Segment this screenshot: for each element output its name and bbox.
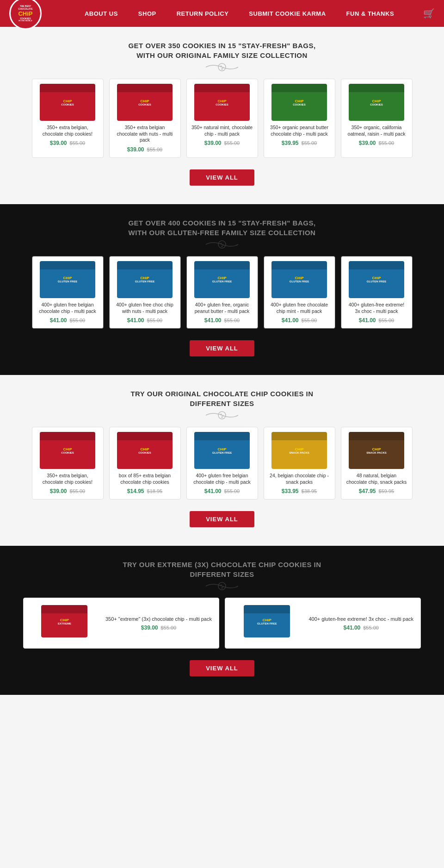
view-all-button-1[interactable]: VIEW ALL bbox=[190, 169, 254, 186]
svg-point-13 bbox=[221, 585, 222, 586]
product-card[interactable]: CHiPSNACK PACKS 48 natural, belgian choc… bbox=[341, 427, 413, 500]
section1-title: GET OVER 350 COOKIES IN 15 "STAY-FRESH" … bbox=[23, 41, 421, 60]
product-card[interactable]: CHiPCOOKIES box of 85+ extra belgian cho… bbox=[109, 427, 181, 500]
deco-cookies-3 bbox=[23, 411, 421, 420]
svg-point-2 bbox=[222, 67, 224, 69]
view-all-wrap-3: VIEW ALL bbox=[23, 511, 421, 527]
product-card[interactable]: CHiPGLUTEN FREE 400+ gluten-free extreme… bbox=[341, 256, 413, 329]
view-all-wrap-1: VIEW ALL bbox=[23, 169, 421, 186]
svg-point-6 bbox=[222, 244, 224, 245]
product-card[interactable]: CHiPGLUTEN FREE 400+ gluten free choc ch… bbox=[109, 256, 181, 329]
svg-point-7 bbox=[222, 245, 223, 247]
svg-point-1 bbox=[221, 66, 222, 67]
product-card-wide[interactable]: CHiPEXTREME 350+ "extreme" (3x) chocolat… bbox=[23, 598, 219, 649]
product-grid-3: CHiPCOOKIES 350+ extra belgian, chocolat… bbox=[23, 427, 421, 500]
product-card[interactable]: CHiPCOOKIES 350+ organic, california oat… bbox=[341, 79, 413, 158]
product-grid-2: CHiPGLUTEN FREE 400+ gluten free belgian… bbox=[23, 256, 421, 329]
svg-point-15 bbox=[222, 587, 223, 589]
svg-point-10 bbox=[222, 415, 224, 417]
deco-cookies-2 bbox=[23, 240, 421, 249]
product-card[interactable]: CHiPCOOKIES 350+ extra belgian, chocolat… bbox=[32, 79, 104, 158]
svg-point-3 bbox=[222, 69, 223, 70]
section3-title: TRY OUR ORIGINAL CHOCOLATE CHIP COOKIES … bbox=[23, 389, 421, 408]
nav-shop[interactable]: SHOP bbox=[128, 10, 166, 17]
section-original-family: GET OVER 350 COOKIES IN 15 "STAY-FRESH" … bbox=[0, 27, 444, 204]
product-card[interactable]: CHiPGLUTEN FREE 400+ gluten free, organi… bbox=[186, 256, 258, 329]
section-different-sizes: TRY OUR ORIGINAL CHOCOLATE CHIP COOKIES … bbox=[0, 375, 444, 546]
product-card[interactable]: CHiPSNACK PACKS 24, belgian chocolate ch… bbox=[264, 427, 335, 500]
nav-fun[interactable]: FUN & THANKS bbox=[336, 10, 405, 17]
view-all-button-4[interactable]: VIEW ALL bbox=[190, 660, 254, 676]
site-header: THE BEST CHOCOLATE CHiP COOKIES IN THE W… bbox=[0, 0, 444, 27]
view-all-button-2[interactable]: VIEW ALL bbox=[190, 340, 254, 356]
section-extreme: TRY OUR EXTREME (3X) CHOCOLATE CHIP COOK… bbox=[0, 546, 444, 695]
product-card[interactable]: CHiPCOOKIES 350+ natural mint, chocolate… bbox=[186, 79, 258, 158]
product-grid-4: CHiPEXTREME 350+ "extreme" (3x) chocolat… bbox=[23, 598, 421, 649]
svg-point-9 bbox=[221, 414, 222, 415]
cart-icon[interactable]: 🛒 bbox=[423, 8, 435, 19]
nav-return[interactable]: RETURN POLICY bbox=[166, 10, 239, 17]
view-all-button-3[interactable]: VIEW ALL bbox=[190, 511, 254, 527]
view-all-wrap-2: VIEW ALL bbox=[23, 340, 421, 356]
product-card[interactable]: CHiPCOOKIES 350+ extra belgian chocolate… bbox=[109, 79, 181, 158]
nav-about[interactable]: ABOUT US bbox=[74, 10, 128, 17]
logo[interactable]: THE BEST CHOCOLATE CHiP COOKIES IN THE W… bbox=[9, 0, 42, 30]
product-card-wide[interactable]: CHiPGLUTEN FREE 400+ gluten-free extreme… bbox=[225, 598, 421, 649]
nav-submit[interactable]: SUBMIT COOKIE KARMA bbox=[239, 10, 336, 17]
product-card[interactable]: CHiPCOOKIES 350+ organic peanut butter c… bbox=[264, 79, 335, 158]
svg-point-5 bbox=[221, 243, 222, 244]
section-glutenfree-family: GET OVER 400 COOKIES IN 15 "STAY-FRESH" … bbox=[0, 204, 444, 375]
product-card[interactable]: CHiPGLUTEN FREE 400+ gluten free belgian… bbox=[186, 427, 258, 500]
section2-title: GET OVER 400 COOKIES IN 15 "STAY-FRESH" … bbox=[23, 218, 421, 237]
view-all-wrap-4: VIEW ALL bbox=[23, 660, 421, 676]
product-card[interactable]: CHiPGLUTEN FREE 400+ gluten free chocola… bbox=[264, 256, 335, 329]
section4-title: TRY OUR EXTREME (3X) CHOCOLATE CHIP COOK… bbox=[23, 560, 421, 579]
main-nav: ABOUT US SHOP RETURN POLICY SUBMIT COOKI… bbox=[56, 10, 423, 17]
product-card[interactable]: CHiPCOOKIES 350+ extra belgian, chocolat… bbox=[32, 427, 104, 500]
product-card[interactable]: CHiPGLUTEN FREE 400+ gluten free belgian… bbox=[32, 256, 104, 329]
deco-cookies-1 bbox=[23, 62, 421, 72]
deco-cookies-4 bbox=[23, 581, 421, 591]
svg-point-14 bbox=[222, 586, 224, 587]
product-grid-1: CHiPCOOKIES 350+ extra belgian, chocolat… bbox=[23, 79, 421, 158]
svg-point-11 bbox=[222, 417, 223, 418]
